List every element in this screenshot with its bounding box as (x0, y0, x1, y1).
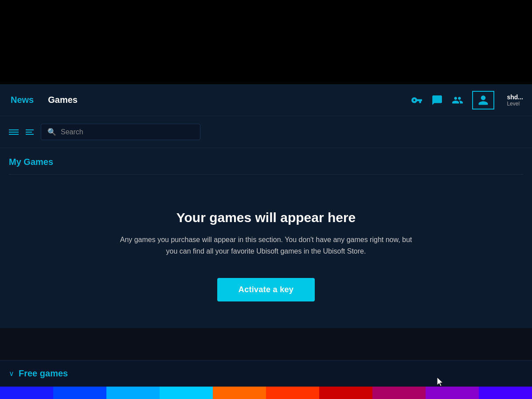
my-games-title: My Games (9, 157, 523, 167)
empty-state: Your games will appear here Any games yo… (0, 175, 532, 328)
view-grid-button[interactable] (9, 129, 19, 135)
free-games-bar[interactable]: ∨ Free games (0, 360, 532, 387)
nav-item-games[interactable]: Games (46, 91, 79, 109)
strip-5 (213, 387, 266, 399)
bottom-strip (0, 387, 532, 399)
profile-name: shd... (507, 94, 523, 101)
strip-8 (372, 387, 426, 399)
strip-6 (266, 387, 319, 399)
empty-state-title: Your games will appear here (176, 210, 356, 225)
free-games-chevron-icon: ∨ (9, 369, 14, 378)
empty-state-description: Any games you purchase will appear in th… (115, 234, 417, 257)
profile-button[interactable] (472, 91, 494, 110)
nav-item-news[interactable]: News (9, 91, 35, 109)
chat-icon[interactable] (431, 94, 443, 106)
strip-3 (106, 387, 160, 399)
strip-1 (0, 387, 53, 399)
strip-4 (160, 387, 213, 399)
toolbar: 🔍 (0, 116, 532, 148)
main-content: My Games (0, 148, 532, 175)
search-box[interactable]: 🔍 (41, 124, 200, 140)
view-list-button[interactable] (26, 129, 34, 135)
strip-2 (53, 387, 106, 399)
friends-icon[interactable] (452, 94, 463, 106)
activate-key-button[interactable]: Activate a key (217, 278, 315, 301)
profile-level: Level (507, 101, 523, 107)
top-bar (0, 0, 532, 84)
strip-7 (319, 387, 372, 399)
search-icon: 🔍 (47, 128, 56, 136)
strip-10 (479, 387, 532, 399)
nav-bar: News Games (0, 84, 532, 116)
user-icon (477, 94, 489, 106)
free-games-label: Free games (19, 368, 68, 379)
nav-right: shd... Level (411, 91, 523, 110)
strip-9 (426, 387, 479, 399)
profile-info: shd... Level (507, 94, 523, 107)
key-icon[interactable] (411, 94, 422, 106)
nav-left: News Games (9, 91, 411, 109)
search-input[interactable] (61, 128, 194, 136)
